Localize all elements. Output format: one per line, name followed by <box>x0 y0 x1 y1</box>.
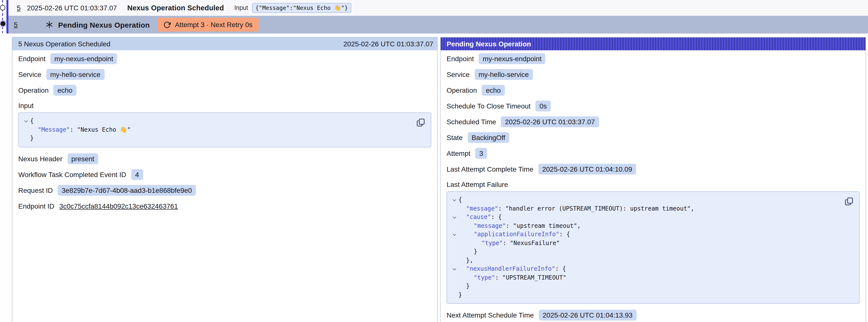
json-code-line: "type": "UPSTREAM_TIMEOUT" <box>447 273 859 282</box>
history-row-pending-nexus-operation[interactable]: 5 Pending Nexus Operation Attempt 3 · Ne… <box>8 16 868 34</box>
field-row: Attempt3 <box>446 148 860 159</box>
field-value-chip: 3e829b7e-7d67-4b08-aad3-b1e868bfe9e0 <box>58 185 196 195</box>
input-preview-chip: {"Message":"Nexus Echo 👋"} <box>252 3 351 13</box>
json-code-line: }, <box>447 256 859 265</box>
field-row: Endpointmy-nexus-endpoint <box>446 53 860 64</box>
field-value-chip: echo <box>482 85 505 96</box>
field-value-chip: echo <box>54 85 76 96</box>
field-row: Scheduled Time2025-02-26 UTC 01:03:37.07 <box>446 117 860 127</box>
field-label: Request ID <box>18 186 53 194</box>
last-attempt-failure-json-block: {"message": "handler error (UPSTREAM_TIM… <box>446 191 860 304</box>
field-value-link[interactable]: 3c0c75ccfa8144b092c13ce632463761 <box>59 202 178 210</box>
field-label: Workflow Task Completed Event ID <box>18 170 126 178</box>
field-row: Request ID3e829b7e-7d67-4b08-aad3-b1e868… <box>18 185 431 195</box>
pending-event-title: Pending Nexus Operation <box>58 21 150 29</box>
field-row: Servicemy-hello-service <box>446 69 860 80</box>
json-code-line: { <box>19 117 431 126</box>
collapse-chevron-icon[interactable] <box>452 215 457 220</box>
json-code-line: "message": "handler error (UPSTREAM_TIME… <box>447 204 859 213</box>
timeline-node-open-icon <box>0 5 5 10</box>
field-label: State <box>446 134 463 141</box>
field-row: Endpoint ID3c0c75ccfa8144b092c13ce632463… <box>18 200 431 211</box>
event-detail-panels: 5 Nexus Operation Scheduled 2025-02-26 U… <box>12 37 866 322</box>
pending-panel-title: Pending Nexus Operation <box>446 40 531 48</box>
field-row: Schedule To Close Timeout0s <box>446 101 860 111</box>
field-label: Service <box>446 70 469 78</box>
field-value-chip: present <box>67 153 98 164</box>
event-title: Nexus Operation Scheduled <box>127 4 224 12</box>
event-summary-header: 5 Nexus Operation Scheduled 2025-02-26 U… <box>12 37 437 50</box>
event-summary-title: 5 Nexus Operation Scheduled <box>18 40 111 48</box>
field-value-chip: my-nexus-endpoint <box>479 53 546 64</box>
field-label: Nexus Header <box>18 155 62 162</box>
field-value-chip: my-hello-service <box>46 69 104 80</box>
collapse-chevron-icon[interactable] <box>452 198 457 203</box>
field-row: Operationecho <box>18 85 431 96</box>
retry-status-badge: Attempt 3 · Next Retry 0s <box>158 18 258 32</box>
field-label: Next Attempt Schedule Time <box>446 311 534 319</box>
field-row: Servicemy-hello-service <box>18 69 431 80</box>
json-code-line: "Message": "Nexus Echo 👋" <box>19 126 431 134</box>
input-json-label: Input <box>18 101 431 110</box>
field-label: Schedule To Close Timeout <box>446 102 530 110</box>
pending-asterisk-icon <box>45 21 53 29</box>
field-value-chip: my-hello-service <box>474 69 533 80</box>
json-code-line: "type": "NexusFailure" <box>447 239 859 248</box>
field-value-chip: BackingOff <box>468 132 509 143</box>
field-label: Operation <box>446 86 477 94</box>
history-row-nexus-operation-scheduled[interactable]: 5 2025-02-26 UTC 01:03:37.07 Nexus Opera… <box>8 0 868 16</box>
collapse-chevron-icon[interactable] <box>452 267 457 272</box>
field-value-chip: 4 <box>131 169 143 180</box>
event-id-link[interactable]: 5 <box>14 21 18 29</box>
json-code-line: "applicationFailureInfo": { <box>447 230 859 239</box>
field-value-chip: 2025-02-26 UTC 01:04:10.09 <box>538 164 636 174</box>
field-label: Endpoint <box>18 55 45 63</box>
input-json-block: {"Message": "Nexus Echo 👋"} <box>18 112 431 147</box>
json-code-line: } <box>447 248 859 256</box>
copy-icon[interactable] <box>844 197 853 206</box>
json-code-line: } <box>447 291 859 299</box>
event-summary-timestamp: 2025-02-26 UTC 01:03:37.07 <box>343 40 433 48</box>
field-label: Scheduled Time <box>446 118 496 126</box>
retry-icon <box>163 21 171 28</box>
field-value-chip: my-nexus-endpoint <box>51 53 117 64</box>
json-code-line: { <box>447 196 859 204</box>
pending-nexus-operation-panel: Pending Nexus Operation Endpointmy-nexus… <box>440 37 866 322</box>
field-row: Endpointmy-nexus-endpoint <box>18 53 431 64</box>
field-row: Next Attempt Schedule Time2025-02-26 UTC… <box>446 310 860 321</box>
event-summary-panel: 5 Nexus Operation Scheduled 2025-02-26 U… <box>12 37 438 322</box>
field-row: StateBackingOff <box>446 132 860 143</box>
field-label: Service <box>18 70 41 78</box>
field-label: Endpoint ID <box>18 202 54 210</box>
workflow-event-history-view: 5 2025-02-26 UTC 01:03:37.07 Nexus Opera… <box>0 0 868 322</box>
field-row: Workflow Task Completed Event ID4 <box>18 169 431 180</box>
json-code-line: "cause": { <box>447 213 859 222</box>
field-value-chip: 3 <box>475 148 487 159</box>
field-label: Operation <box>18 86 49 94</box>
field-label: Attempt <box>446 150 470 157</box>
field-row: Nexus Headerpresent <box>18 153 431 164</box>
json-code-line: "nexusHandlerFailureInfo": { <box>447 265 859 273</box>
json-code-line: "message": "upstream timeout", <box>447 222 859 230</box>
field-value-chip: 2025-02-26 UTC 01:04:13.93 <box>538 310 636 321</box>
field-value-chip: 0s <box>535 101 551 111</box>
json-code-line: } <box>447 282 859 291</box>
event-id-link[interactable]: 5 <box>17 4 21 12</box>
field-row: Last Attempt Complete Time2025-02-26 UTC… <box>446 164 860 174</box>
input-label: Input <box>235 4 248 11</box>
field-label: Endpoint <box>446 55 474 63</box>
last-attempt-failure-label: Last Attempt Failure <box>446 180 860 189</box>
copy-icon[interactable] <box>416 118 425 128</box>
json-code-line: } <box>19 134 431 143</box>
pending-panel-header: Pending Nexus Operation <box>441 37 866 50</box>
timeline-node-current-icon <box>0 21 5 26</box>
retry-badge-label: Attempt 3 · Next Retry 0s <box>175 21 252 29</box>
field-value-chip: 2025-02-26 UTC 01:03:37.07 <box>501 117 599 127</box>
collapse-chevron-icon[interactable] <box>452 232 457 237</box>
field-row: Operationecho <box>446 85 860 96</box>
timeline-active-bar <box>6 0 8 34</box>
event-timestamp: 2025-02-26 UTC 01:03:37.07 <box>27 4 117 12</box>
collapse-chevron-icon[interactable] <box>24 119 29 124</box>
field-label: Last Attempt Complete Time <box>446 165 533 173</box>
